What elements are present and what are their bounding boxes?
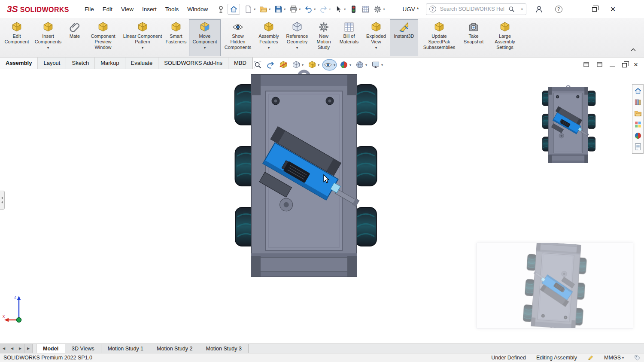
component-preview-window-pane[interactable] bbox=[477, 243, 633, 329]
previous-view-icon[interactable] bbox=[265, 60, 276, 70]
print-icon[interactable] bbox=[288, 4, 302, 14]
search-icon[interactable] bbox=[508, 6, 515, 12]
collapse-ribbon-icon[interactable] bbox=[630, 48, 641, 52]
menu-view[interactable]: View bbox=[117, 4, 138, 14]
ribbon-button-large-assembly-settings[interactable]: Large Assembly Settings bbox=[487, 19, 523, 56]
ribbon-button-take-snapshot[interactable]: Take Snapshot bbox=[460, 19, 487, 56]
viewport-restore-icon[interactable] bbox=[622, 63, 627, 67]
tab-motion-study-1[interactable]: Motion Study 1 bbox=[101, 344, 150, 353]
tab-sketch[interactable]: Sketch bbox=[66, 58, 95, 69]
view-palette-icon[interactable] bbox=[634, 121, 642, 128]
view-settings-icon[interactable] bbox=[371, 60, 384, 70]
ribbon-button-mate[interactable]: Mate bbox=[65, 19, 84, 56]
ribbon-button-exploded-view[interactable]: Exploded View bbox=[362, 19, 390, 56]
tab-solidworks-add-ins[interactable]: SOLIDWORKS Add-Ins bbox=[158, 58, 228, 69]
window-controls: × bbox=[573, 6, 626, 12]
menu-tools[interactable]: Tools bbox=[161, 4, 183, 14]
solidworks-resources-icon[interactable] bbox=[634, 87, 642, 95]
section-view-icon[interactable] bbox=[278, 60, 289, 70]
edit-component-icon bbox=[11, 21, 22, 33]
viewport-pane-left-icon[interactable] bbox=[583, 61, 589, 68]
tab-evaluate[interactable]: Evaluate bbox=[125, 58, 159, 69]
ribbon-button-component-preview-window[interactable]: Component Preview Window bbox=[84, 19, 122, 56]
ugv-assembly-model[interactable] bbox=[234, 70, 378, 280]
show-hidden-components-icon bbox=[232, 21, 243, 33]
design-library-icon[interactable] bbox=[634, 98, 642, 106]
viewport-pane-right-icon[interactable] bbox=[596, 61, 603, 68]
restore-icon[interactable] bbox=[592, 7, 597, 12]
open-icon[interactable] bbox=[258, 4, 272, 14]
interference-check-icon[interactable] bbox=[348, 4, 359, 14]
tab-assembly[interactable]: Assembly bbox=[0, 58, 38, 69]
tab-markup[interactable]: Markup bbox=[95, 58, 125, 69]
new-document-icon[interactable] bbox=[243, 4, 257, 14]
graphics-area[interactable]: × z x bbox=[0, 58, 644, 344]
file-explorer-icon[interactable] bbox=[634, 110, 642, 117]
viewport-close-icon[interactable]: × bbox=[634, 62, 638, 68]
ribbon-button-linear-component-pattern[interactable]: Linear Component Pattern bbox=[122, 19, 163, 56]
tab-mbd[interactable]: MBD bbox=[228, 58, 252, 69]
help-search-input[interactable] bbox=[439, 6, 505, 12]
pin-icon[interactable] bbox=[216, 4, 226, 14]
tab-3d-views[interactable]: 3D Views bbox=[65, 344, 101, 353]
first-tab-button[interactable]: ◀ bbox=[0, 344, 8, 353]
menu-edit[interactable]: Edit bbox=[98, 4, 117, 14]
help-icon[interactable]: ? bbox=[555, 6, 562, 13]
ribbon-button-instant3d[interactable]: Instant3D bbox=[390, 19, 418, 56]
menu-window[interactable]: Window bbox=[183, 4, 212, 14]
tab-model[interactable]: Model bbox=[36, 344, 65, 353]
menu-file[interactable]: File bbox=[80, 4, 98, 14]
product-version-label: SOLIDWORKS Premium 2022 SP1.0 bbox=[3, 355, 92, 361]
tab-motion-study-2[interactable]: Motion Study 2 bbox=[150, 344, 199, 353]
assembly-preview-mini bbox=[542, 85, 596, 164]
bill-of-materials-icon bbox=[343, 21, 355, 33]
hide-show-items-icon[interactable] bbox=[323, 60, 336, 70]
search-dropdown-icon[interactable]: ▾ bbox=[521, 7, 523, 11]
ribbon-button-move-component[interactable]: Move Component bbox=[189, 19, 221, 56]
zoom-to-area-icon[interactable] bbox=[252, 60, 263, 70]
units-selector[interactable]: MMGS bbox=[604, 355, 624, 361]
ribbon-button-show-hidden-components[interactable]: Show Hidden Components bbox=[221, 19, 255, 56]
instant3d-icon bbox=[398, 21, 410, 33]
home-icon[interactable] bbox=[228, 4, 240, 15]
new-motion-study-icon bbox=[318, 21, 329, 33]
smart-fasteners-icon bbox=[170, 21, 182, 33]
ribbon-button-insert-components[interactable]: Insert Components bbox=[31, 19, 65, 56]
viewport-window-controls: × bbox=[583, 61, 638, 68]
help-search[interactable]: ? ▾ bbox=[426, 3, 526, 15]
status-right: Under Defined Editing Assembly MMGS bbox=[491, 355, 641, 361]
ribbon-button-new-motion-study[interactable]: New Motion Study bbox=[312, 19, 336, 56]
previous-tab-button[interactable]: ◀ bbox=[8, 344, 16, 353]
design-table-icon[interactable] bbox=[360, 4, 371, 14]
next-tab-button[interactable]: ▶ bbox=[16, 344, 24, 353]
select-icon[interactable] bbox=[333, 4, 347, 14]
display-style-icon[interactable] bbox=[307, 60, 320, 70]
ribbon-button-edit-component[interactable]: Edit Component bbox=[3, 19, 31, 56]
undo-icon[interactable] bbox=[303, 4, 317, 14]
ribbon-button-bill-of-materials[interactable]: Bill of Materials bbox=[336, 19, 362, 56]
minimize-icon[interactable] bbox=[573, 7, 578, 11]
ribbon-button-reference-geometry[interactable]: Reference Geometry bbox=[283, 19, 312, 56]
save-icon[interactable] bbox=[273, 4, 287, 14]
appearances-scenes-icon[interactable] bbox=[634, 132, 642, 140]
ribbon-button-assembly-features[interactable]: Assembly Features bbox=[255, 19, 283, 56]
ribbon-button-update-speedpak-subassemblies[interactable]: Update SpeedPak Subassemblies bbox=[418, 19, 460, 56]
user-profile-icon[interactable] bbox=[535, 5, 543, 13]
apply-scene-icon[interactable] bbox=[355, 60, 368, 70]
featuremanager-flyout-tab[interactable] bbox=[0, 191, 5, 210]
ribbon-button-smart-fasteners[interactable]: Smart Fasteners bbox=[163, 19, 189, 56]
tab-motion-study-3[interactable]: Motion Study 3 bbox=[199, 344, 248, 353]
menu-insert[interactable]: Insert bbox=[138, 4, 161, 14]
close-icon[interactable]: × bbox=[611, 6, 616, 12]
last-tab-button[interactable]: ▶ bbox=[24, 344, 33, 353]
options-icon[interactable] bbox=[372, 4, 386, 14]
edit-appearance-icon[interactable] bbox=[339, 60, 352, 70]
viewport-minimize-icon[interactable] bbox=[610, 63, 615, 67]
redo-icon[interactable] bbox=[318, 4, 332, 14]
edit-sketch-icon[interactable] bbox=[587, 355, 594, 361]
custom-properties-icon[interactable] bbox=[634, 143, 642, 151]
tab-layout[interactable]: Layout bbox=[38, 58, 66, 69]
view-orientation-icon[interactable] bbox=[291, 60, 304, 70]
tag-icon[interactable] bbox=[634, 355, 641, 361]
document-title: UGV * bbox=[402, 6, 419, 12]
